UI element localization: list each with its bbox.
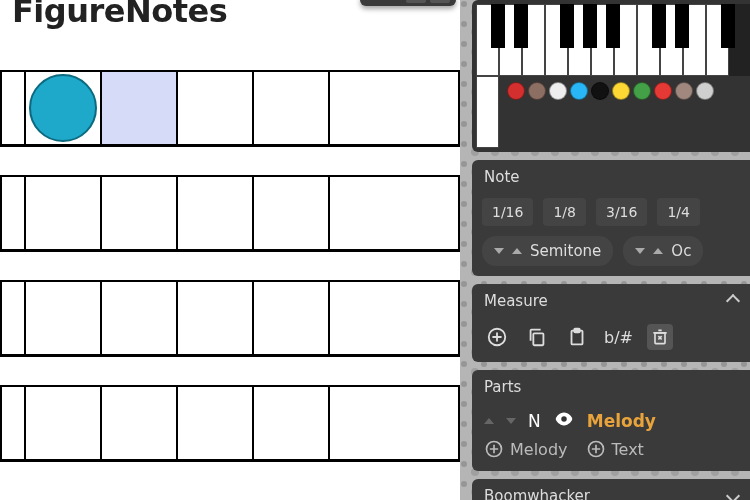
active-part-name[interactable]: Melody	[587, 411, 656, 431]
measure-panel: Measure b/#	[472, 284, 750, 362]
piano-keys[interactable]	[476, 4, 750, 76]
svg-rect-3	[574, 329, 580, 333]
color-swatch[interactable]	[507, 82, 525, 100]
color-swatch[interactable]	[591, 82, 609, 100]
octave-label: Oc	[671, 242, 691, 260]
copy-button[interactable]	[524, 324, 550, 350]
note-panel: Note 1/161/83/161/4 Semitone Oc	[472, 160, 750, 276]
color-swatch[interactable]	[633, 82, 651, 100]
color-swatch[interactable]	[528, 82, 546, 100]
cell[interactable]	[24, 387, 100, 459]
chevron-up-icon	[512, 248, 522, 254]
color-swatch[interactable]	[549, 82, 567, 100]
note-circle[interactable]	[29, 74, 97, 142]
duration-option[interactable]: 1/16	[482, 198, 533, 226]
cell[interactable]	[252, 387, 328, 459]
add-text-button[interactable]: Text	[586, 439, 644, 459]
measure-header[interactable]: Measure	[472, 284, 750, 318]
cell-selected[interactable]	[100, 72, 176, 144]
add-measure-button[interactable]	[484, 324, 510, 350]
part-letter: N	[528, 411, 541, 431]
cell[interactable]	[328, 282, 404, 354]
measure-row	[0, 175, 460, 252]
chevron-down-icon	[494, 248, 504, 254]
svg-point-5	[561, 416, 567, 422]
move-down-icon[interactable]	[506, 418, 516, 424]
cell[interactable]	[100, 177, 176, 249]
cell[interactable]	[0, 72, 24, 144]
cell[interactable]	[100, 282, 176, 354]
cell[interactable]	[176, 72, 252, 144]
semitone-label: Semitone	[530, 242, 601, 260]
add-melody-label: Melody	[510, 440, 568, 459]
measure-row	[0, 385, 460, 462]
visibility-icon[interactable]	[553, 408, 575, 433]
cell[interactable]	[100, 387, 176, 459]
chevron-up-icon	[726, 294, 740, 308]
cell[interactable]	[328, 387, 404, 459]
color-swatch[interactable]	[654, 82, 672, 100]
color-swatch[interactable]	[696, 82, 714, 100]
cell[interactable]	[0, 177, 24, 249]
cell[interactable]	[252, 177, 328, 249]
cell[interactable]	[252, 72, 328, 144]
boomwhacker-panel: Boomwhacker	[472, 479, 750, 500]
cell[interactable]	[24, 282, 100, 354]
boomwhacker-header[interactable]: Boomwhacker	[472, 479, 750, 500]
piano-panel	[472, 0, 750, 152]
add-text-label: Text	[612, 440, 644, 459]
boomwhacker-header-label: Boomwhacker	[484, 487, 590, 500]
note-header[interactable]: Note	[472, 160, 750, 194]
cell[interactable]	[176, 282, 252, 354]
window-tab-stub[interactable]	[360, 0, 456, 6]
duration-option[interactable]: 3/16	[596, 198, 647, 226]
cell[interactable]	[252, 282, 328, 354]
paste-button[interactable]	[564, 324, 590, 350]
measure-row	[0, 280, 460, 357]
cell[interactable]	[0, 387, 24, 459]
color-swatch[interactable]	[570, 82, 588, 100]
measure-header-label: Measure	[484, 292, 548, 310]
color-swatches	[499, 82, 750, 104]
cell[interactable]	[176, 387, 252, 459]
duration-option[interactable]: 1/8	[543, 198, 586, 226]
note-durations: 1/161/83/161/4	[472, 194, 750, 236]
parts-header[interactable]: Parts	[472, 370, 750, 404]
chevron-down-icon	[726, 489, 740, 500]
chevron-down-icon	[635, 248, 645, 254]
delete-button[interactable]	[647, 324, 673, 350]
measure-row	[0, 70, 460, 147]
parts-header-label: Parts	[484, 378, 521, 396]
cell[interactable]	[328, 177, 404, 249]
move-up-icon[interactable]	[484, 418, 494, 424]
cell[interactable]	[24, 72, 100, 144]
cell[interactable]	[24, 177, 100, 249]
color-swatch[interactable]	[675, 82, 693, 100]
cell[interactable]	[328, 72, 404, 144]
cell[interactable]	[176, 177, 252, 249]
duration-option[interactable]: 1/4	[657, 198, 700, 226]
color-swatch[interactable]	[612, 82, 630, 100]
chevron-up-icon	[653, 248, 663, 254]
octave-control[interactable]: Oc	[623, 236, 703, 266]
score-rows	[0, 70, 460, 462]
note-header-label: Note	[484, 168, 520, 186]
key-signature-button[interactable]: b/#	[604, 328, 633, 347]
add-melody-button[interactable]: Melody	[484, 439, 568, 459]
svg-rect-1	[533, 333, 543, 345]
semitone-control[interactable]: Semitone	[482, 236, 613, 266]
parts-panel: Parts N Melody Melody Text	[472, 370, 750, 471]
cell[interactable]	[0, 282, 24, 354]
